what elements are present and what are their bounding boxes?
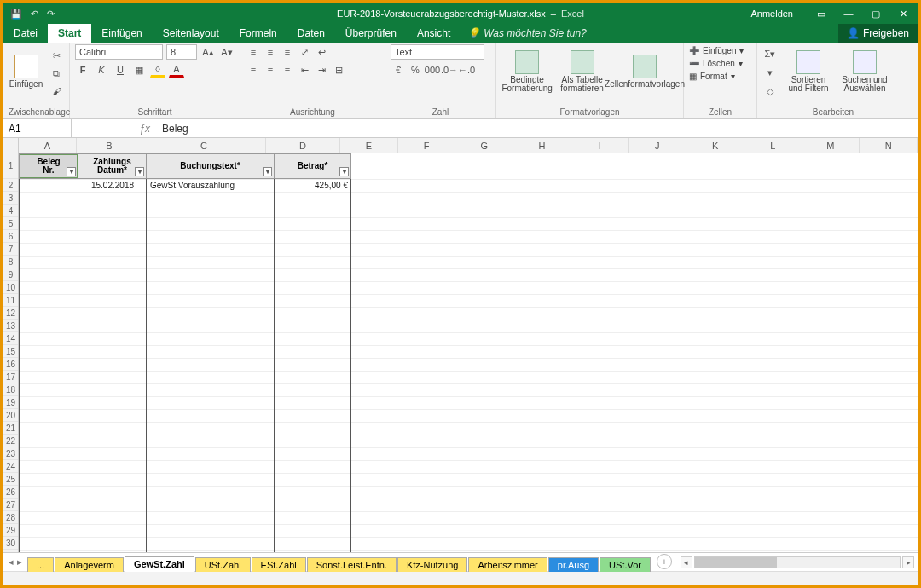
sheet-tab[interactable]: pr.Ausg <box>548 557 599 572</box>
minimize-icon[interactable]: — <box>843 9 854 19</box>
align-top-icon[interactable]: ≡ <box>246 44 261 60</box>
row-header[interactable]: 31 <box>3 550 18 552</box>
row-header[interactable]: 17 <box>3 371 18 383</box>
col-header-C[interactable]: C <box>142 138 266 153</box>
row-header[interactable]: 14 <box>3 332 18 345</box>
horizontal-scrollbar[interactable]: ◂ ▸ <box>677 553 918 571</box>
col-header-M[interactable]: M <box>802 138 860 153</box>
table-header-cell[interactable]: ZahlungsDatum*▾ <box>78 153 147 179</box>
filter-dropdown-icon[interactable]: ▾ <box>339 167 349 176</box>
increase-indent-icon[interactable]: ⇥ <box>314 62 329 78</box>
col-header-I[interactable]: I <box>571 138 629 153</box>
share-button[interactable]: 👤 Freigeben <box>838 24 918 43</box>
tab-daten[interactable]: Daten <box>287 24 335 43</box>
sheet-nav[interactable]: ◂▸ <box>3 553 27 571</box>
merge-icon[interactable]: ⊞ <box>331 62 346 78</box>
tab-ansicht[interactable]: Ansicht <box>407 24 460 43</box>
col-header-K[interactable]: K <box>686 138 744 153</box>
maximize-icon[interactable]: ▢ <box>870 9 882 20</box>
name-box[interactable]: A1 <box>3 119 72 137</box>
row-header[interactable]: 2 <box>3 179 18 192</box>
decrease-font-icon[interactable]: A▾ <box>219 44 235 60</box>
sheet-tab[interactable]: Kfz-Nutzung <box>397 557 468 572</box>
sheet-tab[interactable]: USt.Zahl <box>195 557 251 572</box>
save-icon[interactable]: 💾 <box>10 9 22 20</box>
paste-button[interactable]: Einfügen <box>9 44 43 99</box>
align-left-icon[interactable]: ≡ <box>246 62 261 78</box>
copy-icon[interactable]: ⧉ <box>49 66 64 81</box>
tab-einfuegen[interactable]: Einfügen <box>91 24 152 43</box>
row-headers[interactable]: 1234567891011121314151617181920212223242… <box>3 153 19 552</box>
scroll-thumb[interactable] <box>695 557 777 568</box>
row-header[interactable]: 29 <box>3 524 18 537</box>
clear-icon[interactable]: ◇ <box>762 84 778 99</box>
thousands-icon[interactable]: 000 <box>425 62 440 78</box>
scroll-track[interactable] <box>694 556 901 568</box>
sheet-tab[interactable]: USt.Vor <box>600 557 651 572</box>
new-sheet-button[interactable]: + <box>657 554 672 569</box>
decrease-decimal-icon[interactable]: ←.0 <box>459 62 474 78</box>
row-header[interactable]: 23 <box>3 447 18 460</box>
decrease-indent-icon[interactable]: ⇤ <box>297 62 312 78</box>
row-header[interactable]: 26 <box>3 486 18 499</box>
row-header[interactable]: 9 <box>3 268 18 281</box>
col-header-L[interactable]: L <box>744 138 802 153</box>
wrap-text-icon[interactable]: ↩ <box>314 44 329 60</box>
format-painter-icon[interactable]: 🖌 <box>49 84 64 99</box>
row-header[interactable]: 7 <box>3 243 18 256</box>
close-icon[interactable]: ✕ <box>897 9 909 20</box>
tab-formeln[interactable]: Formeln <box>229 24 287 43</box>
scroll-left-icon[interactable]: ◂ <box>681 556 692 568</box>
filter-dropdown-icon[interactable]: ▾ <box>67 167 76 176</box>
font-color-icon[interactable]: A <box>169 62 184 78</box>
increase-font-icon[interactable]: A▴ <box>200 44 216 60</box>
formula-input[interactable]: Beleg <box>157 123 918 135</box>
row-header[interactable]: 18 <box>3 383 18 396</box>
delete-cells-button[interactable]: ➖Löschen ▾ <box>689 59 744 68</box>
align-right-icon[interactable]: ≡ <box>280 62 295 78</box>
row-header[interactable]: 27 <box>3 499 18 511</box>
col-header-E[interactable]: E <box>340 138 398 153</box>
row-header[interactable]: 6 <box>3 230 18 243</box>
row-header[interactable]: 3 <box>3 192 18 205</box>
fill-icon[interactable]: ▾ <box>762 65 778 80</box>
row-header[interactable]: 16 <box>3 358 18 371</box>
cell[interactable]: GewSt.Vorauszahlung <box>147 179 275 192</box>
row-header[interactable]: 10 <box>3 281 18 294</box>
col-header-A[interactable]: A <box>19 138 77 153</box>
ribbon-options-icon[interactable]: ▭ <box>815 9 827 20</box>
autosum-icon[interactable]: Σ▾ <box>762 46 778 61</box>
col-header-F[interactable]: F <box>398 138 456 153</box>
col-header-J[interactable]: J <box>629 138 687 153</box>
orientation-icon[interactable]: ⤢ <box>297 44 312 60</box>
row-header[interactable]: 1 <box>3 153 18 179</box>
row-header[interactable]: 12 <box>3 307 18 320</box>
tab-seitenlayout[interactable]: Seitenlayout <box>153 24 229 43</box>
row-header[interactable]: 19 <box>3 396 18 409</box>
insert-cells-button[interactable]: ➕Einfügen ▾ <box>689 46 744 55</box>
tab-datei[interactable]: Datei <box>3 24 48 43</box>
col-header-H[interactable]: H <box>513 138 571 153</box>
sheet-next-icon[interactable]: ▸ <box>17 556 22 568</box>
sheet-tab[interactable]: ... <box>27 557 54 572</box>
font-name-combo[interactable]: Calibri <box>75 44 163 60</box>
column-headers[interactable]: ABCDEFGHIJKLMN <box>19 138 918 153</box>
spreadsheet-grid[interactable]: ABCDEFGHIJKLMN 1234567891011121314151617… <box>3 138 918 552</box>
find-select-button[interactable]: Suchen und Auswählen <box>839 44 890 99</box>
row-header[interactable]: 24 <box>3 460 18 473</box>
row-header[interactable]: 13 <box>3 320 18 332</box>
table-row[interactable]: 15.02.2018GewSt.Vorauszahlung425,00 € <box>19 179 351 192</box>
sheet-tab[interactable]: Anlageverm <box>55 557 124 572</box>
account-signin[interactable]: Anmelden <box>750 9 793 19</box>
bold-icon[interactable]: F <box>75 62 90 78</box>
cell[interactable]: 15.02.2018 <box>78 179 147 192</box>
filter-dropdown-icon[interactable]: ▾ <box>263 167 272 176</box>
underline-icon[interactable]: U <box>113 62 128 78</box>
table-header-cell[interactable]: Buchungstext*▾ <box>147 153 275 179</box>
col-header-G[interactable]: G <box>455 138 513 153</box>
select-all-corner[interactable] <box>3 138 19 153</box>
fill-color-icon[interactable]: ◊ <box>150 62 165 78</box>
align-middle-icon[interactable]: ≡ <box>263 44 278 60</box>
sheet-tab[interactable]: GewSt.Zahl <box>125 556 194 572</box>
filter-dropdown-icon[interactable]: ▾ <box>135 167 144 176</box>
